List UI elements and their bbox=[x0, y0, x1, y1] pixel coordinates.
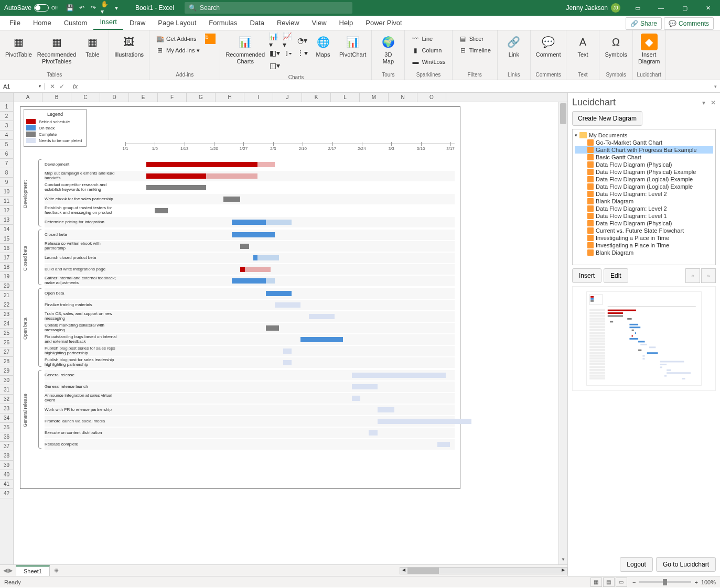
column-header[interactable]: B bbox=[42, 93, 71, 102]
lucid-doc-item[interactable]: Investigating a Place in Time bbox=[575, 234, 713, 242]
share-button[interactable]: 🔗 Share bbox=[626, 17, 662, 30]
column-header[interactable]: H bbox=[216, 93, 244, 102]
lucid-doc-item[interactable]: Current vs. Future State Flowchart bbox=[575, 227, 713, 234]
bing-icon[interactable]: b bbox=[205, 34, 216, 44]
formula-input[interactable] bbox=[81, 83, 711, 90]
column-header[interactable]: C bbox=[71, 93, 100, 102]
row-header[interactable]: 27 bbox=[0, 347, 13, 357]
row-header[interactable]: 35 bbox=[0, 423, 13, 432]
row-header[interactable]: 40 bbox=[0, 470, 13, 480]
lucid-edit-button[interactable]: Edit bbox=[604, 268, 628, 283]
tab-data[interactable]: Data bbox=[244, 16, 271, 30]
lucid-doc-item[interactable]: Go-To-Market Gantt Chart bbox=[575, 139, 713, 146]
sparkline-column-button[interactable]: ▮Column bbox=[409, 45, 447, 56]
row-header[interactable]: 11 bbox=[0, 197, 13, 206]
customize-icon[interactable]: ▾ bbox=[112, 4, 121, 12]
row-header[interactable]: 26 bbox=[0, 338, 13, 347]
row-header[interactable]: 6 bbox=[0, 149, 13, 159]
lucid-doc-item[interactable]: Data Flow Diagram (Physical) Example bbox=[575, 168, 713, 176]
cell-grid[interactable]: Legend Behind schedule On track Complete… bbox=[14, 102, 558, 564]
tab-home[interactable]: Home bbox=[27, 16, 58, 30]
pane-close-icon[interactable]: ✕ bbox=[711, 99, 716, 106]
illustrations-button[interactable]: 🖼Illustrations bbox=[112, 32, 146, 59]
pivottable-button[interactable]: ▦PivotTable bbox=[3, 32, 34, 59]
row-header[interactable]: 38 bbox=[0, 451, 13, 461]
row-header[interactable]: 37 bbox=[0, 442, 13, 451]
comments-button[interactable]: 💬 Comments bbox=[664, 17, 714, 30]
row-header[interactable]: 1 bbox=[0, 102, 13, 112]
row-header[interactable]: 29 bbox=[0, 366, 13, 376]
pie-chart-icon[interactable]: ◔▾ bbox=[296, 35, 308, 46]
column-header[interactable]: N bbox=[389, 93, 417, 102]
lucid-insert-doc-button[interactable]: Insert bbox=[572, 268, 601, 283]
sheet-tab-1[interactable]: Sheet1 bbox=[16, 565, 50, 576]
slicer-button[interactable]: ▤Slicer bbox=[457, 34, 493, 44]
row-header[interactable]: 39 bbox=[0, 461, 13, 470]
link-button[interactable]: 🔗Link bbox=[501, 32, 527, 59]
lucid-insert-button[interactable]: ◆Insert Diagram bbox=[636, 32, 662, 66]
symbols-button[interactable]: ΩSymbols bbox=[603, 32, 629, 59]
row-header[interactable]: 9 bbox=[0, 178, 13, 187]
timeline-button[interactable]: ⊟Timeline bbox=[457, 45, 493, 56]
lucid-doc-item[interactable]: Data Flow Diagram: Level 2 bbox=[575, 205, 713, 212]
row-header[interactable]: 20 bbox=[0, 281, 13, 291]
get-addins-button[interactable]: 🏬Get Add-ins bbox=[154, 34, 202, 44]
tab-file[interactable]: File bbox=[3, 16, 27, 30]
row-header[interactable]: 25 bbox=[0, 329, 13, 338]
maximize-icon[interactable]: ▢ bbox=[673, 0, 696, 16]
row-header[interactable]: 28 bbox=[0, 357, 13, 366]
row-header[interactable]: 8 bbox=[0, 168, 13, 178]
row-header[interactable]: 12 bbox=[0, 206, 13, 215]
undo-icon[interactable]: ↶ bbox=[78, 4, 86, 12]
sparkline-winloss-button[interactable]: ▬Win/Loss bbox=[409, 57, 447, 67]
touch-icon[interactable]: ✋▾ bbox=[101, 4, 109, 12]
column-header[interactable]: L bbox=[331, 93, 360, 102]
scatter-chart-icon[interactable]: ⋮▾ bbox=[296, 47, 308, 59]
column-header[interactable]: F bbox=[158, 93, 187, 102]
row-header[interactable]: 24 bbox=[0, 319, 13, 329]
column-header[interactable]: G bbox=[187, 93, 216, 102]
sheet-nav-next-icon[interactable]: ▶ bbox=[8, 567, 13, 574]
lucid-doc-item[interactable]: Gantt Chart with Progress Bar Example bbox=[575, 146, 713, 154]
rec-pivottables-button[interactable]: ▦Recommended PivotTables bbox=[35, 32, 79, 66]
tab-view[interactable]: View bbox=[306, 16, 333, 30]
row-header[interactable]: 41 bbox=[0, 480, 13, 489]
row-header[interactable]: 2 bbox=[0, 112, 13, 121]
hierarchy-chart-icon[interactable]: ◧▾ bbox=[269, 47, 281, 59]
row-header[interactable]: 31 bbox=[0, 385, 13, 395]
tab-formulas[interactable]: Formulas bbox=[202, 16, 243, 30]
lucid-doc-item[interactable]: Data Flow Diagram: Level 2 bbox=[575, 190, 713, 198]
autosave-toggle[interactable]: AutoSave Off bbox=[0, 4, 62, 12]
column-header[interactable]: J bbox=[273, 93, 302, 102]
line-chart-icon[interactable]: 📈▾ bbox=[283, 35, 294, 46]
tab-review[interactable]: Review bbox=[271, 16, 306, 30]
row-header[interactable]: 36 bbox=[0, 432, 13, 442]
view-layout-icon[interactable]: ▤ bbox=[603, 578, 615, 587]
my-addins-button[interactable]: ⊞My Add-ins ▾ bbox=[154, 45, 202, 56]
row-header[interactable]: 22 bbox=[0, 300, 13, 310]
maps-button[interactable]: 🌐Maps bbox=[310, 32, 336, 59]
tab-draw[interactable]: Draw bbox=[123, 16, 152, 30]
sparkline-line-button[interactable]: 〰Line bbox=[409, 34, 447, 44]
lucid-doc-item[interactable]: Basic Gantt Chart bbox=[575, 154, 713, 161]
lucid-doc-item[interactable]: Blank Diagram bbox=[575, 198, 713, 205]
column-header[interactable]: O bbox=[417, 93, 446, 102]
row-header[interactable]: 17 bbox=[0, 253, 13, 263]
lucid-doc-item[interactable]: Data Flow Diagram (Logical) Example bbox=[575, 183, 713, 190]
tab-page-layout[interactable]: Page Layout bbox=[152, 16, 202, 30]
row-header[interactable]: 7 bbox=[0, 159, 13, 168]
pane-menu-icon[interactable]: ▾ bbox=[702, 99, 705, 106]
lucid-logout-button[interactable]: Logout bbox=[620, 557, 653, 572]
redo-icon[interactable]: ↷ bbox=[89, 4, 98, 12]
comment-button[interactable]: 💬Comment bbox=[534, 32, 563, 59]
zoom-slider[interactable] bbox=[639, 581, 691, 583]
row-header[interactable]: 33 bbox=[0, 404, 13, 413]
vertical-scrollbar[interactable]: ▲ ▼ bbox=[558, 102, 567, 564]
lucid-goto-button[interactable]: Go to Lucidchart bbox=[656, 557, 716, 572]
create-diagram-button[interactable]: Create New Diagram bbox=[572, 111, 642, 126]
row-header[interactable]: 18 bbox=[0, 263, 13, 272]
lucid-doc-item[interactable]: Data Flow Diagram: Level 1 bbox=[575, 212, 713, 220]
search-input[interactable] bbox=[200, 4, 348, 12]
minimize-icon[interactable]: — bbox=[649, 0, 673, 16]
ribbon-display-icon[interactable]: ▭ bbox=[626, 0, 649, 16]
